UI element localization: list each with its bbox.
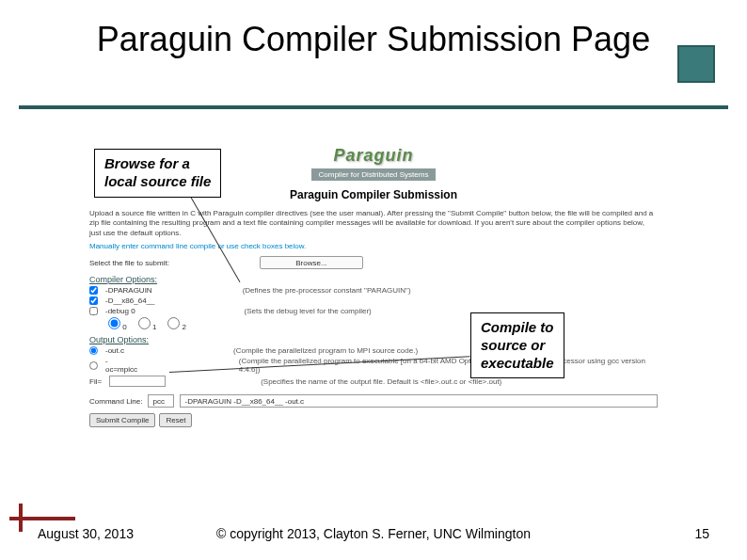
opt-fil-label: Fil= bbox=[89, 377, 102, 386]
callout-compile: Compile to source or executable bbox=[470, 312, 564, 378]
checkbox-x86[interactable] bbox=[89, 296, 98, 305]
checkbox-dparaguin[interactable] bbox=[89, 286, 98, 295]
radio-debug-2[interactable] bbox=[167, 317, 180, 329]
form-hint-text: Manually enter command line compile or u… bbox=[89, 242, 658, 250]
radio-debug-1[interactable] bbox=[138, 317, 151, 329]
radio-debug-0[interactable] bbox=[108, 317, 120, 329]
opt-debug-label: -debug 0 bbox=[105, 307, 135, 315]
compiler-options-label: Compiler Options: bbox=[89, 275, 658, 284]
callout-browse: Browse for a local source file bbox=[94, 149, 221, 198]
paraguin-logo-subtitle: Compiler for Distributed Systems bbox=[311, 168, 437, 181]
cmd-pcc-box: pcc bbox=[148, 394, 174, 408]
file-select-label: Select the file to submit: bbox=[89, 259, 169, 267]
opt-dparaguin-desc: (Defines the pre-processor constant "PAR… bbox=[243, 286, 411, 295]
opt-fil-desc: (Specifies the name of the output file. … bbox=[261, 377, 501, 386]
opt-outc-desc: (Compile the parallelized program to MPI… bbox=[233, 346, 418, 355]
submit-compile-button[interactable]: Submit Compile bbox=[89, 413, 155, 427]
slide-title: Paraguin Compiler Submission Page bbox=[0, 19, 747, 59]
opt-x86-label: -D__x86_64__ bbox=[105, 296, 154, 305]
reset-button[interactable]: Reset bbox=[159, 413, 192, 427]
opt-outc-label: -out.c bbox=[105, 346, 124, 355]
browse-button[interactable]: Browse... bbox=[260, 256, 363, 269]
opt-compile-label: -oc=mpicc bbox=[105, 357, 139, 374]
radio-outc[interactable] bbox=[89, 346, 98, 355]
footer-page-number: 15 bbox=[694, 526, 709, 541]
checkbox-debug[interactable] bbox=[89, 307, 98, 315]
output-filename-input[interactable] bbox=[109, 376, 166, 387]
form-intro-text: Upload a source file written in C with P… bbox=[89, 209, 658, 238]
radio-oc-mpicc[interactable] bbox=[89, 361, 98, 370]
cmd-line-input[interactable]: -DPARAGUIN -D__x86_64__ -out.c bbox=[180, 394, 658, 408]
cmd-line-label: Command Line: bbox=[89, 397, 142, 406]
opt-debug-desc: (Sets the debug level for the compiler) bbox=[245, 307, 372, 315]
footer-date: August 30, 2013 bbox=[38, 526, 134, 541]
output-options-label: Output Options: bbox=[89, 335, 658, 344]
header-decor-line bbox=[19, 105, 728, 109]
opt-dparaguin-label: -DPARAGUIN bbox=[105, 286, 152, 295]
footer-decor-horiz bbox=[9, 517, 75, 520]
